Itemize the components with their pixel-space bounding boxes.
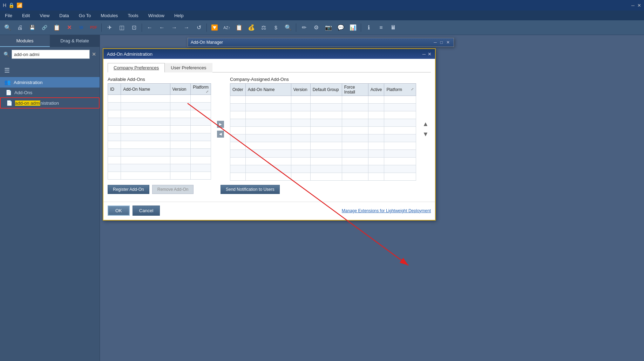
gear-btn[interactable]: ⚙ [311, 22, 322, 33]
table-row[interactable] [108, 164, 211, 172]
tab-drag-relate[interactable]: Drag & Relate [50, 35, 100, 47]
table-row[interactable] [108, 126, 211, 133]
sidebar-section-administration[interactable]: 👥 Administration [0, 77, 100, 88]
money-btn[interactable]: 💰 [246, 22, 257, 33]
sidebar-item-addon-admin[interactable]: 📄 add-on administration [0, 97, 100, 109]
table-row[interactable] [230, 119, 416, 127]
menu-file[interactable]: File [3, 12, 14, 19]
dialog-controls[interactable]: ─ ✕ [422, 51, 432, 57]
separator-4 [296, 23, 296, 32]
sort-btn[interactable]: AZ↑ [221, 22, 232, 33]
tab-company-prefs[interactable]: Company Preferences [108, 63, 165, 72]
separator-1 [101, 23, 102, 32]
calc-btn[interactable]: 🖩 [388, 22, 399, 33]
sidebar-item-addons[interactable]: 📄 Add-Ons [0, 88, 100, 97]
table-row[interactable] [230, 104, 416, 111]
filter-btn[interactable]: 🔽 [209, 22, 220, 33]
print-btn[interactable]: 🖨 [14, 22, 26, 33]
col-default-group: Default Group [310, 84, 342, 96]
table-row[interactable] [108, 149, 211, 157]
sidebar-item-addons-label: Add-Ons [14, 90, 32, 95]
close-icon[interactable]: ✕ [637, 3, 641, 8]
word-btn[interactable]: W [76, 22, 87, 33]
table-row[interactable] [230, 134, 416, 142]
crosshair-btn[interactable]: ✈ [104, 22, 115, 33]
back-btn[interactable]: ← [144, 22, 155, 33]
dollar-btn[interactable]: $ [270, 22, 282, 33]
tab-user-prefs[interactable]: User Preferences [165, 63, 212, 72]
table-row[interactable] [108, 141, 211, 149]
table-row[interactable] [108, 133, 211, 141]
zoom-btn[interactable]: 🔍 [283, 22, 294, 33]
addon-manager-controls[interactable]: ─ □ ✕ [433, 40, 451, 45]
expand-btn[interactable]: ⊡ [128, 22, 140, 33]
title-bar-controls[interactable]: ─ ✕ [631, 3, 641, 8]
pdf-btn[interactable]: PDF [88, 22, 99, 33]
move-left-btn[interactable]: ◀ [217, 131, 224, 138]
pen-btn[interactable]: ✏ [298, 22, 310, 33]
tab-modules[interactable]: Modules [0, 35, 50, 47]
minimize-icon[interactable]: ─ [631, 3, 635, 8]
table-row[interactable] [108, 172, 211, 180]
table-row[interactable] [230, 158, 416, 165]
title-bar: H 🔒 📶 ─ ✕ [0, 0, 644, 11]
layout-btn[interactable]: ◫ [116, 22, 127, 33]
table-row[interactable] [108, 110, 211, 118]
table-btn[interactable]: 📋 [233, 22, 245, 33]
table-row[interactable] [230, 165, 416, 173]
addon-manager-minimize[interactable]: ─ [433, 40, 438, 45]
chart-btn[interactable]: 📊 [347, 22, 359, 33]
table-row[interactable] [230, 142, 416, 150]
ok-button[interactable]: OK [108, 206, 130, 216]
fwd-btn[interactable]: → [169, 22, 180, 33]
table-row[interactable] [230, 111, 416, 119]
menu-help[interactable]: Help [172, 12, 186, 19]
table-row[interactable] [108, 157, 211, 164]
search-tool-btn[interactable]: 🔍 [2, 22, 13, 33]
dialog-minimize[interactable]: ─ [422, 51, 426, 57]
search-clear-button[interactable]: ✕ [92, 51, 96, 57]
hamburger-icon[interactable]: ☰ [0, 64, 100, 77]
chat-btn[interactable]: 💬 [335, 22, 346, 33]
table-row[interactable] [108, 103, 211, 110]
table-row[interactable] [108, 95, 211, 103]
addon-manager-close[interactable]: ✕ [445, 40, 451, 45]
menu-tools[interactable]: Tools [126, 12, 140, 19]
search-input[interactable] [12, 50, 90, 59]
cancel-button[interactable]: Cancel [133, 206, 160, 216]
menu-window[interactable]: Window [146, 12, 167, 19]
copy-btn[interactable]: 📋 [51, 22, 62, 33]
move-right-btn[interactable]: ▶ [217, 121, 224, 128]
refresh-btn[interactable]: ↺ [193, 22, 204, 33]
highlight-match: add-on admi [15, 100, 40, 106]
register-addon-button[interactable]: Register Add-On [108, 185, 149, 194]
list-btn[interactable]: ≡ [375, 22, 387, 33]
expand-available-icon[interactable]: ⤢ [206, 90, 209, 93]
back2-btn[interactable]: ← [156, 22, 168, 33]
manage-extensions-link[interactable]: Manage Extensions for Lightweight Deploy… [342, 208, 431, 213]
addon-manager-maximize[interactable]: □ [439, 40, 444, 45]
menu-edit[interactable]: Edit [20, 12, 32, 19]
info-btn[interactable]: ℹ [363, 22, 374, 33]
save-btn[interactable]: 💾 [27, 22, 38, 33]
table-row[interactable] [108, 118, 211, 126]
menu-goto[interactable]: Go To [77, 12, 93, 19]
scale-btn[interactable]: ⚖ [258, 22, 269, 33]
send-notification-button[interactable]: Send Notification to Users [221, 185, 280, 194]
link-btn[interactable]: 🔗 [39, 22, 50, 33]
camera-btn[interactable]: 📷 [323, 22, 334, 33]
move-down-btn[interactable]: ▼ [422, 131, 429, 138]
close-btn[interactable]: ✕ [63, 22, 75, 33]
remove-addon-button[interactable]: Remove Add-On [152, 185, 194, 194]
table-row[interactable] [230, 96, 416, 104]
table-row[interactable] [230, 173, 416, 181]
move-up-btn[interactable]: ▲ [422, 120, 429, 128]
expand-assigned-icon[interactable]: ⤢ [411, 87, 414, 91]
table-row[interactable] [230, 127, 416, 134]
menu-data[interactable]: Data [57, 12, 71, 19]
menu-view[interactable]: View [38, 12, 52, 19]
menu-modules[interactable]: Modules [99, 12, 120, 19]
fwd2-btn[interactable]: → [181, 22, 192, 33]
table-row[interactable] [230, 150, 416, 158]
dialog-close[interactable]: ✕ [428, 51, 432, 57]
